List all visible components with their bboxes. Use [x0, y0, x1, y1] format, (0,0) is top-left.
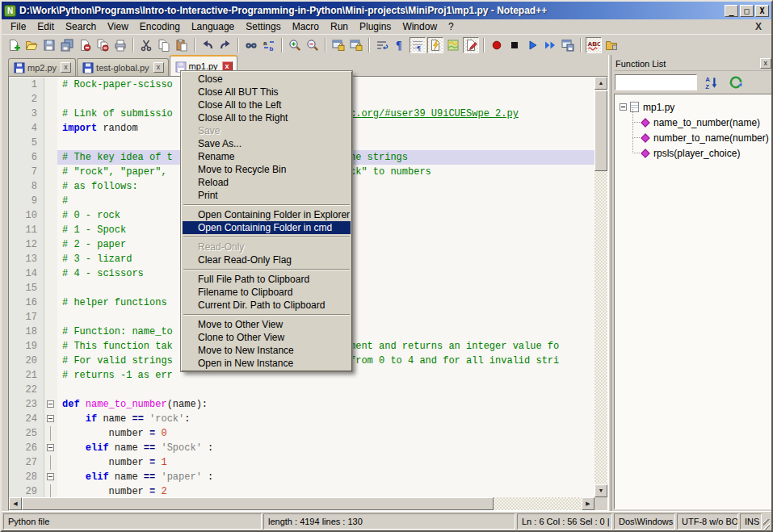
menu-item-plugins[interactable]: Plugins: [354, 20, 397, 33]
redo-icon[interactable]: [217, 37, 233, 53]
code-line-28[interactable]: 28 elif name == 'paper' :: [9, 470, 594, 484]
scroll-right-arrow[interactable]: ▶: [582, 497, 594, 510]
context-item-save-as[interactable]: Save As...: [183, 137, 351, 150]
function-search-input[interactable]: [615, 74, 697, 90]
scroll-up-arrow[interactable]: ▲: [594, 77, 607, 90]
tab-close-icon[interactable]: x: [61, 62, 71, 73]
show-all-chars-icon[interactable]: ¶: [410, 37, 426, 53]
menu-item-run[interactable]: Run: [325, 20, 354, 33]
context-item-close-all-to-the-left[interactable]: Close All to the Left: [183, 98, 351, 111]
menu-item-language[interactable]: Language: [186, 20, 240, 33]
sync-horizontal-icon[interactable]: [348, 37, 364, 53]
scroll-down-arrow[interactable]: ▼: [594, 484, 607, 497]
show-paragraph-icon[interactable]: ¶: [392, 37, 408, 53]
save-all-icon[interactable]: [59, 37, 75, 53]
fold-collapse-icon[interactable]: [44, 470, 57, 484]
context-item-close-all-to-the-right[interactable]: Close All to the Right: [183, 111, 351, 124]
vertical-scroll-thumb[interactable]: [594, 90, 607, 171]
context-item-reload[interactable]: Reload: [183, 176, 351, 189]
code-line-25[interactable]: 25 number = 0: [9, 426, 594, 441]
tab-close-icon[interactable]: x: [153, 62, 164, 73]
word-wrap-icon[interactable]: [374, 37, 390, 53]
code-line-23[interactable]: 23def name_to_number(name):: [9, 397, 594, 412]
context-item-open-containing-folder-in-cmd[interactable]: Open Containing Folder in cmd: [183, 221, 351, 234]
context-item-move-to-other-view[interactable]: Move to Other View: [183, 318, 351, 331]
cut-icon[interactable]: [138, 37, 154, 53]
code-line-22[interactable]: 22: [9, 383, 594, 397]
open-file-icon[interactable]: [23, 37, 40, 53]
tree-root-mp1py[interactable]: mp1.py: [618, 99, 769, 115]
context-item-open-containing-folder-in-explorer[interactable]: Open Containing Folder in Explorer: [183, 208, 351, 221]
function-list-close-button[interactable]: x: [760, 58, 771, 69]
macro-stop-icon[interactable]: [506, 37, 523, 53]
tab-test-global-py[interactable]: test-global.pyx: [77, 58, 168, 76]
menu-item-settings[interactable]: Settings: [240, 20, 286, 33]
context-item-current-dir-path-to-clipboard[interactable]: Current Dir. Path to Clipboard: [183, 299, 351, 312]
maximize-button[interactable]: □: [740, 5, 754, 17]
horizontal-scroll-thumb[interactable]: [22, 497, 494, 510]
menu-item-macro[interactable]: Macro: [287, 20, 325, 33]
vertical-scrollbar[interactable]: ▲ ▼: [594, 77, 607, 497]
indent-guide-icon[interactable]: [427, 37, 443, 53]
tab-close-icon[interactable]: x: [222, 61, 233, 72]
macro-play-icon[interactable]: [524, 37, 540, 53]
menu-item-window[interactable]: Window: [397, 20, 443, 33]
context-item-close[interactable]: Close: [183, 73, 351, 86]
context-item-open-in-new-instance[interactable]: Open in New Instance: [183, 357, 351, 370]
context-item-move-to-recycle-bin[interactable]: Move to Recycle Bin: [183, 163, 351, 176]
code-line-24[interactable]: 24 if name == 'rock':: [9, 412, 594, 426]
folder-workspace-icon[interactable]: [603, 37, 620, 53]
function-list-icon[interactable]: [463, 37, 479, 53]
spell-check-icon[interactable]: ABC: [586, 37, 602, 53]
menu-item-help[interactable]: ?: [443, 20, 460, 33]
find-icon[interactable]: [243, 37, 259, 53]
zoom-in-icon[interactable]: [287, 37, 303, 53]
code-line-26[interactable]: 26 elif name == 'Spock' :: [9, 441, 594, 455]
context-item-close-all-but-this[interactable]: Close All BUT This: [183, 86, 351, 98]
menu-item-search[interactable]: Search: [60, 20, 102, 33]
fold-collapse-icon[interactable]: [44, 397, 57, 412]
sort-az-icon[interactable]: AZ: [702, 73, 721, 91]
macro-save-icon[interactable]: [560, 37, 576, 53]
function-item-number_to_name[interactable]: number_to_name(number): [629, 130, 769, 145]
context-item-print[interactable]: Print: [183, 189, 351, 202]
close-button[interactable]: X: [755, 5, 769, 17]
fold-collapse-icon[interactable]: [44, 412, 57, 426]
refresh-icon[interactable]: [726, 73, 746, 91]
paste-icon[interactable]: [174, 37, 190, 53]
macro-record-icon[interactable]: [489, 37, 505, 53]
scroll-left-arrow[interactable]: ◀: [9, 497, 22, 510]
replace-icon[interactable]: ab: [261, 37, 277, 53]
horizontal-scrollbar[interactable]: ◀ ▶: [9, 497, 594, 510]
zoom-out-icon[interactable]: [305, 37, 321, 53]
resize-grip-icon[interactable]: [763, 519, 770, 530]
new-file-icon[interactable]: [6, 37, 22, 53]
function-item-rpsls[interactable]: rpsls(player_choice): [629, 145, 769, 161]
tab-mp2-py[interactable]: mp2.pyx: [8, 58, 76, 76]
context-item-full-file-path-to-clipboard[interactable]: Full File Path to Clipboard: [183, 273, 351, 286]
function-item-name_to_number[interactable]: name_to_number(name): [629, 115, 769, 130]
fold-collapse-icon[interactable]: [44, 441, 57, 455]
save-file-icon[interactable]: [41, 37, 57, 53]
menu-item-encoding[interactable]: Encoding: [134, 20, 186, 33]
context-item-clone-to-other-view[interactable]: Clone to Other View: [183, 331, 351, 344]
context-item-rename[interactable]: Rename: [183, 150, 351, 163]
menu-item-view[interactable]: View: [102, 20, 134, 33]
code-line-27[interactable]: 27 number = 1: [9, 455, 594, 470]
doc-map-icon[interactable]: [445, 37, 461, 53]
close-all-icon[interactable]: [95, 37, 111, 53]
menu-item-edit[interactable]: Edit: [32, 20, 60, 33]
sync-vertical-icon[interactable]: [330, 37, 347, 53]
menu-item-file[interactable]: File: [5, 20, 32, 33]
undo-icon[interactable]: [200, 37, 216, 53]
close-file-icon[interactable]: [77, 37, 93, 53]
context-item-clear-read-only-flag[interactable]: Clear Read-Only Flag: [183, 253, 351, 266]
context-item-move-to-new-instance[interactable]: Move to New Instance: [183, 344, 351, 357]
print-icon[interactable]: [112, 37, 128, 53]
minimize-button[interactable]: _: [725, 5, 738, 17]
tree-collapse-icon[interactable]: [620, 103, 627, 111]
copy-icon[interactable]: [156, 37, 172, 53]
macro-play-multi-icon[interactable]: [542, 37, 558, 53]
doc-close-x-button[interactable]: X: [749, 21, 768, 32]
context-item-filename-to-clipboard[interactable]: Filename to Clipboard: [183, 286, 351, 299]
